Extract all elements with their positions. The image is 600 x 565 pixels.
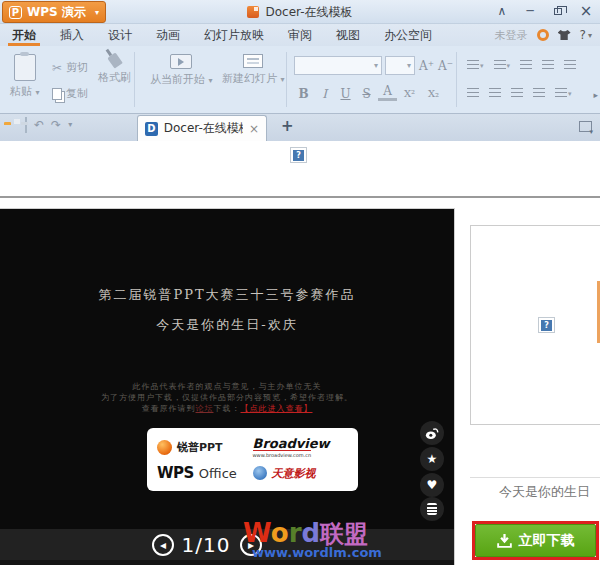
- wps-community-icon[interactable]: [537, 29, 549, 41]
- window-title-text: Docer-在线模板: [265, 4, 352, 21]
- menu-bar: 开始 插入 设计 动画 幻灯片放映 审阅 视图 办公空间 未登录 ?▾: [0, 24, 600, 46]
- qat-dropdown[interactable]: ▾: [68, 121, 72, 129]
- start-from-current-button[interactable]: 从当前开始 ▾: [150, 54, 213, 87]
- new-slide-icon: [243, 54, 263, 68]
- related-template-card: [470, 225, 600, 425]
- collapse-ribbon-button[interactable]: ∧: [492, 2, 512, 20]
- chevron-down-icon: ▾: [480, 62, 484, 70]
- chevron-down-icon: ▾: [209, 76, 213, 85]
- brush-icon: [107, 52, 123, 68]
- watermark: Word联盟: [243, 520, 368, 546]
- tab-list-icon[interactable]: [579, 121, 592, 132]
- wps-office-logo: WPS Office: [157, 464, 253, 482]
- menu-right-cluster: 未登录 ?▾: [495, 24, 600, 46]
- font-color-button[interactable]: A: [378, 84, 397, 101]
- align-left-button[interactable]: [465, 86, 481, 100]
- align-right-icon: [511, 88, 523, 98]
- watermark-url: www.wordlm.com: [252, 545, 382, 560]
- close-button[interactable]: ×: [576, 2, 596, 20]
- skin-theme-icon[interactable]: [558, 30, 571, 40]
- document-tab-docer[interactable]: D Docer-在线模板 ×: [137, 115, 267, 141]
- paste-button[interactable]: 粘贴 ▾: [10, 54, 40, 99]
- projector-icon: [170, 54, 192, 69]
- format-painter-button[interactable]: 格式刷: [98, 54, 131, 85]
- help-button[interactable]: ?▾: [580, 28, 592, 42]
- star-icon: ★: [427, 452, 438, 466]
- text-direction-button[interactable]: [562, 58, 578, 72]
- quick-access-toolbar: ↶ ↷ ▾: [4, 119, 72, 131]
- copy-icon: [52, 88, 62, 100]
- chevron-down-icon: ▾: [374, 61, 378, 70]
- ribbon-separator: [286, 52, 287, 107]
- print-preview-button[interactable]: [25, 119, 27, 131]
- cut-button[interactable]: ✂ 剪切: [52, 60, 88, 75]
- slide-note3: 查看原作请到论坛下载：【点此进入查看】: [0, 403, 454, 414]
- tab-slideshow[interactable]: 幻灯片放映: [192, 24, 276, 46]
- like-button[interactable]: ♥: [420, 473, 444, 497]
- new-slide-button[interactable]: 新建幻灯片 ▾: [222, 54, 285, 86]
- underline-button[interactable]: U: [336, 84, 355, 103]
- bold-button[interactable]: B: [294, 84, 313, 103]
- minimize-button[interactable]: ─: [520, 2, 540, 20]
- chevron-down-icon: ▾: [407, 61, 411, 70]
- ribbon-expand-arrow[interactable]: ▸: [593, 90, 598, 100]
- italic-button[interactable]: I: [315, 84, 334, 103]
- download-highlight-annotation: 立即下载: [472, 521, 599, 560]
- tab-review[interactable]: 审阅: [276, 24, 324, 46]
- grow-font-button[interactable]: A⁺: [417, 56, 436, 75]
- justify-icon: [533, 88, 545, 98]
- numbered-list-button[interactable]: ▾: [492, 58, 513, 72]
- shrink-font-button[interactable]: A⁻: [436, 56, 455, 75]
- restore-button[interactable]: [548, 2, 568, 20]
- redo-button[interactable]: ↷: [51, 119, 61, 131]
- subscript-button[interactable]: X₂: [424, 84, 443, 103]
- previous-slide-button[interactable]: ◂: [152, 534, 174, 556]
- decrease-indent-button[interactable]: [518, 58, 534, 72]
- slide-note2: 为了方便用户下载，仅提供作品部分内容预览，希望作者理解。: [0, 392, 454, 403]
- details-button[interactable]: [420, 497, 444, 521]
- new-tab-button[interactable]: +: [281, 117, 294, 135]
- template-title: 今天是你的生日: [466, 483, 590, 501]
- view-link-text: 【点此进入查看】: [241, 404, 313, 413]
- login-status[interactable]: 未登录: [495, 28, 528, 43]
- tab-insert[interactable]: 插入: [48, 24, 96, 46]
- ruipu-logo: 锐普PPT: [157, 440, 253, 455]
- increase-indent-button[interactable]: [540, 58, 556, 72]
- sponsor-logo-box: 锐普PPT Broadview www.broadview.com.cn WPS…: [147, 428, 358, 491]
- tab-animation[interactable]: 动画: [144, 24, 192, 46]
- align-right-button[interactable]: [509, 86, 525, 100]
- increase-indent-icon: [542, 60, 554, 70]
- align-center-button[interactable]: [487, 86, 503, 100]
- heart-icon: ♥: [427, 478, 438, 492]
- ribbon-separator: [134, 52, 135, 107]
- ribbon: 粘贴 ▾ ✂ 剪切 复制 格式刷 从当前开始 ▾ 新建幻灯片 ▾ ▾ ▾ A⁺ …: [0, 46, 600, 114]
- justify-button[interactable]: [531, 86, 547, 100]
- app-name-label: WPS 演示: [27, 4, 86, 21]
- superscript-button[interactable]: X²: [400, 84, 419, 103]
- bullet-list-button[interactable]: ▾: [465, 58, 486, 72]
- tab-view[interactable]: 视图: [324, 24, 372, 46]
- line-spacing-icon: [555, 88, 567, 98]
- download-label: 立即下载: [519, 532, 575, 550]
- docer-page: ? 第二届锐普PPT大赛三十三号参赛作品 今天是你的生日-欢庆 此作品代表作者的…: [0, 141, 600, 565]
- copy-button[interactable]: 复制: [52, 86, 88, 101]
- tab-workspace[interactable]: 办公空间: [372, 24, 444, 46]
- font-size-select[interactable]: ▾: [385, 56, 415, 75]
- font-name-select[interactable]: ▾: [294, 56, 382, 75]
- broadview-logo: Broadview www.broadview.com.cn: [253, 437, 349, 458]
- undo-button[interactable]: ↶: [34, 119, 44, 131]
- text-direction-icon: [564, 60, 576, 70]
- strikethrough-button[interactable]: S: [357, 84, 376, 103]
- page-divider: [0, 196, 600, 198]
- slide-note1: 此作品代表作者的观点与意见，与主办单位无关: [0, 381, 454, 392]
- close-tab-icon[interactable]: ×: [249, 122, 259, 136]
- tab-design[interactable]: 设计: [96, 24, 144, 46]
- download-now-button[interactable]: 立即下载: [475, 524, 596, 557]
- tab-home[interactable]: 开始: [0, 24, 48, 46]
- ppt-document-icon: [247, 6, 259, 18]
- share-weibo-button[interactable]: [420, 421, 444, 445]
- app-menu-button[interactable]: P WPS 演示 ▾: [2, 1, 106, 23]
- line-spacing-button[interactable]: ▾: [553, 86, 574, 100]
- prev-arrow-icon: ◂: [160, 538, 166, 552]
- favorite-button[interactable]: ★: [420, 447, 444, 471]
